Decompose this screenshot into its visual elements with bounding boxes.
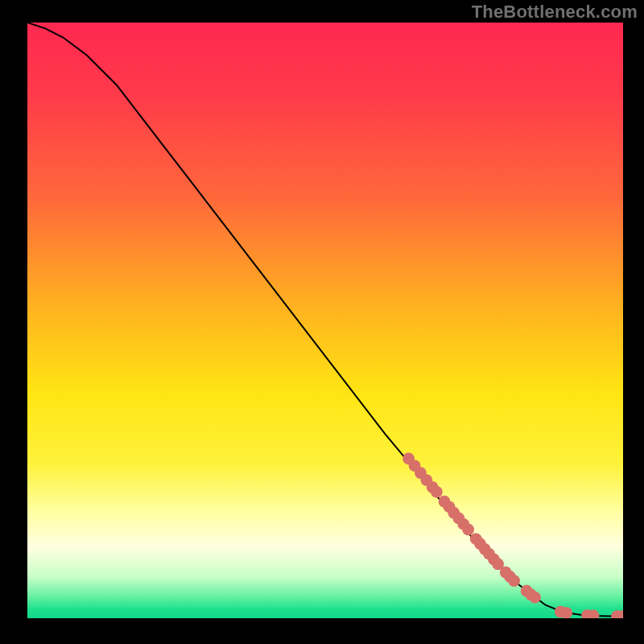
highlight-dot	[431, 486, 443, 498]
attribution-label: TheBottleneck.com	[472, 2, 638, 23]
chart-frame: TheBottleneck.com	[0, 0, 644, 644]
gradient-background	[27, 23, 623, 618]
plot-area	[27, 23, 623, 618]
highlight-dot	[508, 575, 520, 587]
plot-svg	[27, 23, 623, 618]
highlight-dot	[529, 592, 541, 604]
highlight-dot	[462, 523, 474, 535]
